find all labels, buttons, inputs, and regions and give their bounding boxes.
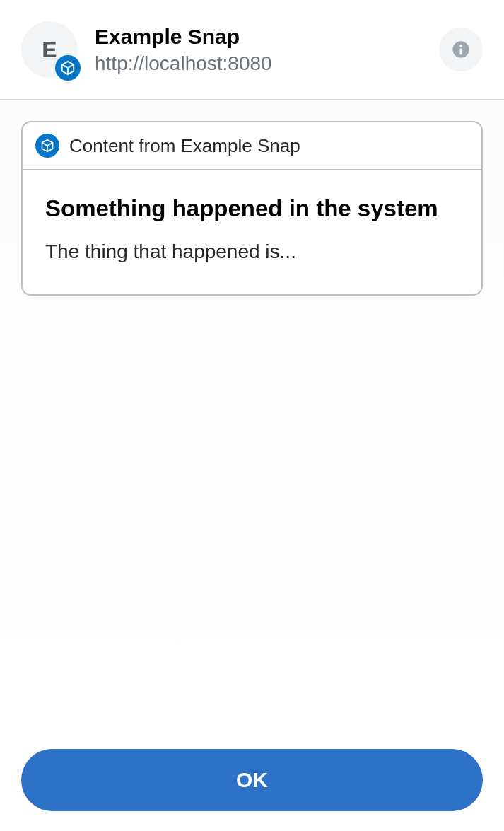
info-button[interactable] <box>439 28 483 71</box>
content-area: Content from Example Snap Something happ… <box>0 100 504 729</box>
avatar-letter: E <box>42 37 57 63</box>
avatar-wrap: E <box>21 21 78 78</box>
page-title: Example Snap <box>95 24 439 50</box>
card-title: Something happened in the system <box>45 195 459 222</box>
ok-button[interactable]: OK <box>21 749 483 811</box>
page-subtitle: http://localhost:8080 <box>95 52 439 75</box>
svg-rect-2 <box>459 48 462 54</box>
svg-point-1 <box>459 45 462 47</box>
info-icon <box>451 40 471 59</box>
snap-icon <box>35 134 59 158</box>
card-source-label: Content from Example Snap <box>69 135 300 157</box>
card-header: Content from Example Snap <box>23 122 481 170</box>
snap-badge-icon <box>55 55 81 81</box>
card-description: The thing that happened is... <box>45 240 459 263</box>
content-card: Content from Example Snap Something happ… <box>21 121 483 296</box>
title-block: Example Snap http://localhost:8080 <box>95 24 439 75</box>
card-body: Something happened in the system The thi… <box>23 170 481 294</box>
footer: OK <box>0 729 504 831</box>
header: E Example Snap http://localhost:8080 <box>0 0 504 100</box>
ok-button-label: OK <box>236 768 268 792</box>
